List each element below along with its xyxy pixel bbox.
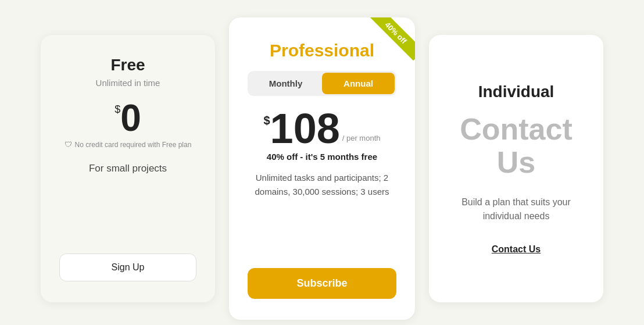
pro-price-number: 108 [270, 108, 340, 149]
individual-description: Build a plan that suits your individual … [448, 195, 585, 223]
free-price-dollar: $ [115, 104, 120, 115]
contact-us-button[interactable]: Contact Us [492, 244, 541, 255]
free-no-credit-text: No credit card required with Free plan [75, 141, 192, 149]
discount-badge: 40% off [368, 17, 415, 60]
pro-features: Unlimited tasks and participants; 2 doma… [248, 171, 396, 199]
pro-price-block: $ 108 / per month [263, 108, 380, 149]
pro-plan-name: Professional [270, 41, 374, 60]
free-no-credit: 🛡 No credit card required with Free plan [65, 140, 192, 149]
free-plan-card: Free Unlimited in time $ 0 🛡 No credit c… [41, 35, 215, 302]
pro-price-dollar: $ [263, 115, 270, 126]
pro-discount-text: 40% off - it's 5 months free [267, 152, 377, 162]
individual-plan-name: Individual [478, 83, 554, 101]
free-price-block: $ 0 [65, 99, 192, 137]
billing-toggle-group: Monthly Annual [248, 71, 396, 96]
signup-button[interactable]: Sign Up [59, 253, 196, 281]
annual-toggle-button[interactable]: Annual [322, 73, 395, 94]
subscribe-button[interactable]: Subscribe [248, 268, 396, 299]
free-plan-subtitle: Unlimited in time [65, 78, 192, 88]
pro-plan-card: 40% off Professional Monthly Annual $ 10… [229, 17, 415, 320]
contact-us-large-text: Contact Us [448, 113, 585, 179]
shield-icon: 🛡 [65, 140, 72, 149]
free-plan-name: Free [65, 56, 192, 74]
pricing-container: Free Unlimited in time $ 0 🛡 No credit c… [0, 0, 644, 325]
free-price-number: 0 [120, 99, 141, 137]
discount-ribbon: 40% off [363, 17, 415, 70]
monthly-toggle-button[interactable]: Monthly [249, 73, 322, 94]
pro-per-month: / per month [342, 134, 381, 142]
individual-plan-card: Individual Contact Us Build a plan that … [429, 35, 603, 302]
free-description: For small projects [89, 163, 167, 174]
